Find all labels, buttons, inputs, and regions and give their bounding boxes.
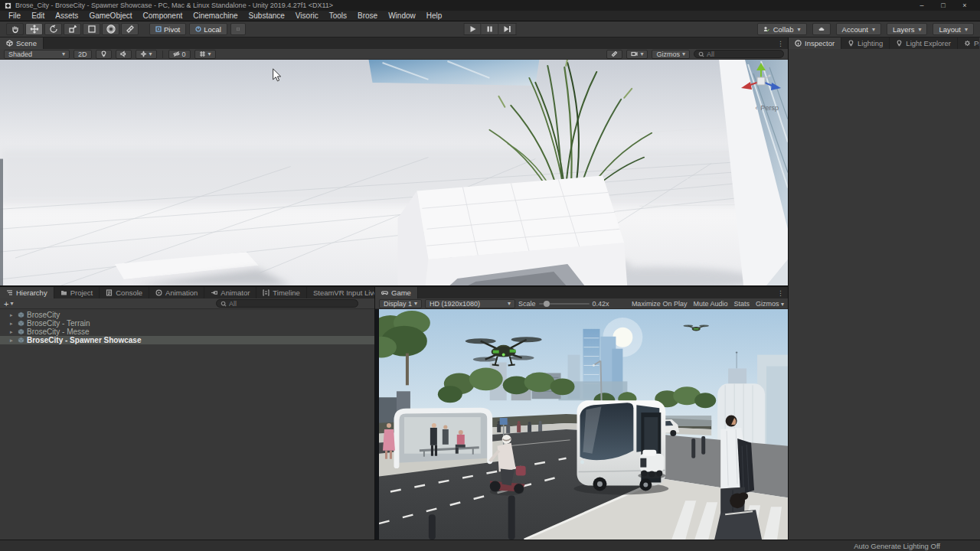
hierarchy-panel: Hierarchy Project Console Animation Anim… — [0, 287, 375, 540]
menu-item[interactable]: Tools — [324, 11, 352, 21]
game-tab-icon — [381, 289, 388, 296]
scene-viewport[interactable]: ‹ Persp — [0, 60, 788, 285]
maximize-button[interactable]: □ — [933, 0, 954, 11]
pivot-toggle[interactable]: Pivot — [149, 23, 186, 35]
lightbulb-icon — [896, 40, 903, 47]
collab-dropdown[interactable]: Collab▾ — [757, 23, 807, 35]
game-panel-menu-icon[interactable]: ⋮ — [777, 289, 784, 297]
scale-tool-button[interactable] — [64, 23, 81, 35]
display-dropdown[interactable]: Display 1▾ — [379, 299, 422, 308]
rect-tool-button[interactable] — [83, 23, 100, 35]
folder-icon — [60, 289, 67, 296]
minimize-button[interactable]: – — [911, 0, 933, 11]
tab-project[interactable]: Project — [54, 287, 100, 298]
hierarchy-item-label: BroseCity - Spawner Showcase — [27, 336, 142, 344]
grid-snap-toggle[interactable] — [230, 23, 246, 35]
scene-search-input[interactable] — [707, 51, 779, 58]
tab-light-explorer[interactable]: Light Explorer — [890, 37, 958, 49]
transform-tool-button[interactable] — [102, 23, 119, 35]
chevron-left-icon: ‹ — [755, 104, 757, 112]
scale-slider[interactable] — [539, 303, 590, 305]
close-button[interactable]: × — [954, 0, 975, 11]
scene-camera-dropdown[interactable]: ▾ — [626, 50, 648, 59]
tab-animator[interactable]: Animator — [204, 287, 256, 298]
menu-item[interactable]: Cinemachine — [188, 11, 243, 21]
menu-item[interactable]: Help — [421, 11, 448, 21]
gameobject-cube-icon — [18, 337, 24, 344]
tab-console[interactable]: Console — [100, 287, 149, 298]
scene-audio-toggle[interactable] — [116, 50, 132, 59]
transform-icon — [106, 24, 116, 34]
cloud-button[interactable] — [812, 23, 831, 35]
hierarchy-item-label: BroseCity - Messe — [27, 328, 90, 336]
scene-search[interactable] — [694, 50, 784, 58]
hand-tool-button[interactable] — [6, 23, 24, 35]
tab-lighting[interactable]: Lighting — [841, 37, 890, 49]
create-object-button[interactable]: +▾ — [4, 299, 13, 308]
tab-animation[interactable]: Animation — [149, 287, 204, 298]
auto-generate-lighting-status[interactable]: Auto Generate Lighting Off — [854, 542, 940, 550]
scene-gizmos-dropdown[interactable]: Gizmos▾ — [652, 50, 690, 59]
menu-item[interactable]: Visoric — [290, 11, 324, 21]
maximize-on-play-toggle[interactable]: Maximize On Play — [632, 300, 688, 308]
menu-item[interactable]: Brose — [352, 11, 383, 21]
hierarchy-row[interactable]: ▸ BroseCity - Terrain — [0, 319, 374, 328]
expander-icon[interactable]: ▸ — [10, 312, 15, 318]
game-viewport[interactable] — [375, 309, 788, 540]
play-button[interactable] — [464, 23, 482, 35]
pause-button[interactable] — [482, 23, 499, 35]
scene-panel-menu-icon[interactable]: ⋮ — [777, 40, 784, 47]
menu-item[interactable]: File — [3, 11, 26, 21]
2d-toggle[interactable]: 2D — [74, 50, 92, 59]
camera-projection-label[interactable]: ‹ Persp — [755, 104, 779, 112]
scale-slider-knob[interactable] — [544, 301, 550, 307]
scene-tools-button[interactable] — [606, 50, 622, 59]
scene-toolbar: Shaded▾ 2D ▾ 0 ▾ ▾ Gizmos▾ — [0, 49, 788, 60]
scene-orientation-gizmo[interactable] — [737, 61, 785, 103]
layers-dropdown[interactable]: Layers▾ — [887, 23, 928, 35]
tab-inspector[interactable]: Inspector — [789, 37, 841, 49]
tab-steamvr-input[interactable]: SteamVR Input Live Vi▸ — [307, 287, 374, 298]
stats-toggle[interactable]: Stats — [733, 300, 750, 308]
expander-icon[interactable]: ▸ — [10, 337, 15, 344]
scene-lighting-toggle[interactable] — [96, 50, 112, 59]
expander-icon[interactable]: ▸ — [10, 329, 15, 335]
game-gizmos-dropdown[interactable]: Gizmos ▾ — [756, 300, 784, 308]
hierarchy-search-input[interactable] — [229, 300, 354, 308]
expander-icon[interactable]: ▸ — [10, 321, 15, 327]
step-button[interactable] — [499, 23, 517, 35]
menu-item[interactable]: GameObject — [83, 11, 137, 21]
menu-item[interactable]: Assets — [50, 11, 83, 21]
custom-tool-button[interactable] — [121, 23, 139, 35]
tab-project-settings[interactable]: Pr▸ — [958, 37, 979, 49]
move-tool-button[interactable] — [25, 23, 43, 35]
rotate-tool-button[interactable] — [44, 23, 62, 35]
hierarchy-row[interactable]: ▸ BroseCity - Spawner Showcase — [0, 336, 374, 344]
dropdown-arrow-icon: ▾ — [872, 26, 875, 33]
tab-timeline[interactable]: Timeline — [256, 287, 307, 298]
mute-audio-toggle[interactable]: Mute Audio — [693, 300, 727, 308]
shading-mode-dropdown[interactable]: Shaded▾ — [4, 50, 70, 59]
tab-scene[interactable]: Scene — [0, 37, 44, 49]
layout-dropdown[interactable]: Layout▾ — [933, 23, 974, 35]
menu-item[interactable]: Component — [138, 11, 188, 21]
account-dropdown[interactable]: Account▾ — [836, 23, 881, 35]
camera-icon — [631, 51, 638, 57]
hierarchy-search[interactable] — [216, 299, 358, 308]
scene-grid-dropdown[interactable]: ▾ — [194, 50, 216, 59]
hidden-objects-toggle[interactable]: 0 — [168, 50, 191, 59]
wrench-small-icon — [611, 51, 618, 57]
local-toggle[interactable]: Local — [189, 23, 227, 35]
move-icon — [30, 24, 39, 34]
local-icon — [195, 26, 201, 32]
hierarchy-row[interactable]: ▸ BroseCity — [0, 311, 374, 319]
tab-game[interactable]: Game — [375, 287, 418, 298]
tab-hierarchy[interactable]: Hierarchy — [0, 287, 54, 298]
scene-effects-dropdown[interactable]: ▾ — [136, 50, 157, 59]
menu-item[interactable]: Edit — [26, 11, 50, 21]
hierarchy-row[interactable]: ▸ BroseCity - Messe — [0, 328, 374, 336]
hand-icon — [11, 24, 20, 34]
resolution-dropdown[interactable]: HD (1920x1080)▾ — [425, 299, 515, 308]
menu-item[interactable]: Window — [383, 11, 421, 21]
menu-item[interactable]: Substance — [243, 11, 290, 21]
